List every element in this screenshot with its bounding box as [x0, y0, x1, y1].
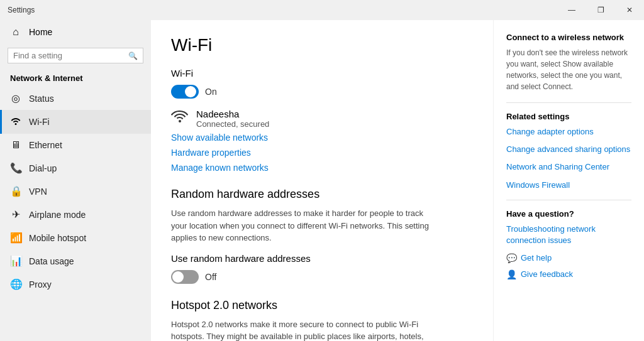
sidebar-item-ethernet[interactable]: 🖥 Ethernet [0, 134, 151, 156]
app-body: ⌂ Home 🔍 Network & Internet ◎ Status Wi-… [0, 20, 644, 341]
hotspot-section-title: Hotspot 2.0 networks [171, 299, 473, 312]
sidebar-item-label: Status [29, 94, 54, 104]
random-hw-description: Use random hardware addresses to make it… [171, 207, 435, 244]
sidebar-item-vpn[interactable]: 🔒 VPN [0, 180, 151, 203]
toggle-knob-hw [172, 271, 184, 283]
wifi-toggle[interactable] [171, 85, 199, 99]
network-wifi-icon [171, 109, 189, 128]
hotspot-description: Hotspot 2.0 networks make it more secure… [171, 318, 435, 342]
page-title: Wi-Fi [171, 35, 473, 55]
random-hw-toggle-label: Off [205, 272, 216, 282]
random-hw-toggle[interactable] [171, 270, 199, 284]
status-icon: ◎ [10, 92, 21, 104]
sidebar-item-label: VPN [29, 187, 47, 197]
sidebar-item-data[interactable]: 📊 Data usage [0, 249, 151, 273]
titlebar-title: Settings [8, 6, 35, 14]
sharing-options-link[interactable]: Change advanced sharing options [506, 144, 631, 155]
sidebar-item-label: Airplane mode [29, 210, 86, 220]
network-info: Nadeesha Connected, secured [196, 109, 269, 129]
get-help-row: 💬 Get help [506, 252, 631, 264]
connect-description: If you don't see the wireless network yo… [506, 47, 631, 92]
sidebar-item-status[interactable]: ◎ Status [0, 87, 151, 110]
get-help-link[interactable]: Get help [521, 252, 552, 264]
related-title: Related settings [506, 112, 631, 121]
network-status: Connected, secured [196, 119, 269, 129]
sidebar-item-dialup[interactable]: 📞 Dial-up [0, 156, 151, 180]
home-icon: ⌂ [10, 26, 21, 38]
sidebar-item-home[interactable]: ⌂ Home [0, 20, 151, 44]
divider-2 [506, 200, 631, 200]
show-networks-link[interactable]: Show available networks [171, 133, 473, 143]
titlebar-controls: — ❐ ✕ [557, 0, 644, 20]
search-icon: 🔍 [128, 51, 138, 60]
connect-title: Connect to a wireless network [506, 33, 631, 42]
question-title: Have a question? [506, 209, 631, 219]
sidebar-item-proxy[interactable]: 🌐 Proxy [0, 273, 151, 296]
proxy-icon: 🌐 [10, 278, 21, 290]
sidebar-section-label: Network & Internet [0, 67, 151, 87]
network-item: Nadeesha Connected, secured [171, 109, 473, 129]
sidebar-item-label: Proxy [29, 279, 52, 290]
random-hw-toggle-row: Off [171, 270, 473, 284]
airplane-icon: ✈ [10, 208, 21, 220]
sidebar: ⌂ Home 🔍 Network & Internet ◎ Status Wi-… [0, 20, 151, 341]
wifi-icon [10, 116, 21, 128]
sharing-center-link[interactable]: Network and Sharing Center [506, 161, 631, 173]
random-hw-section-title: Random hardware addresses [171, 188, 473, 201]
sidebar-item-label: Dial-up [29, 163, 57, 173]
feedback-row: 👤 Give feedback [506, 269, 631, 280]
minimize-button[interactable]: — [557, 0, 586, 20]
manage-networks-link[interactable]: Manage known networks [171, 163, 473, 173]
sidebar-item-label: Data usage [29, 256, 74, 266]
hardware-props-link[interactable]: Hardware properties [171, 148, 473, 158]
sidebar-item-label: Ethernet [29, 140, 62, 150]
search-input[interactable] [13, 51, 125, 60]
data-icon: 📊 [10, 255, 21, 267]
feedback-link[interactable]: Give feedback [521, 269, 573, 280]
sidebar-item-label: Wi-Fi [29, 117, 50, 127]
wifi-toggle-label: On [205, 87, 217, 97]
divider-1 [506, 102, 631, 103]
adapter-options-link[interactable]: Change adapter options [506, 126, 631, 138]
sidebar-item-label: Mobile hotspot [29, 233, 86, 243]
ethernet-icon: 🖥 [10, 139, 21, 151]
wifi-section-label: Wi-Fi [171, 68, 473, 78]
random-hw-label: Use random hardware addresses [171, 253, 473, 264]
wifi-toggle-row: On [171, 85, 473, 99]
titlebar: Settings — ❐ ✕ [0, 0, 644, 20]
sidebar-item-airplane[interactable]: ✈ Airplane mode [0, 203, 151, 226]
sidebar-item-hotspot[interactable]: 📶 Mobile hotspot [0, 226, 151, 249]
vpn-icon: 🔒 [10, 185, 21, 197]
right-panel: Connect to a wireless network If you don… [493, 20, 644, 341]
firewall-link[interactable]: Windows Firewall [506, 180, 631, 191]
network-name: Nadeesha [196, 109, 269, 119]
troubleshoot-link[interactable]: Troubleshooting network connection issue… [506, 224, 631, 246]
restore-button[interactable]: ❐ [586, 0, 615, 20]
close-button[interactable]: ✕ [615, 0, 644, 20]
feedback-icon: 👤 [506, 269, 517, 279]
get-help-icon: 💬 [506, 253, 517, 263]
search-box: 🔍 [8, 48, 143, 63]
dialup-icon: 📞 [10, 162, 21, 174]
toggle-knob [185, 86, 196, 97]
hotspot-icon: 📶 [10, 232, 21, 244]
main-content: Wi-Fi Wi-Fi On Nadeesha Connected, secur… [151, 20, 493, 341]
sidebar-item-wifi[interactable]: Wi-Fi [0, 110, 151, 134]
sidebar-home-label: Home [29, 27, 52, 37]
